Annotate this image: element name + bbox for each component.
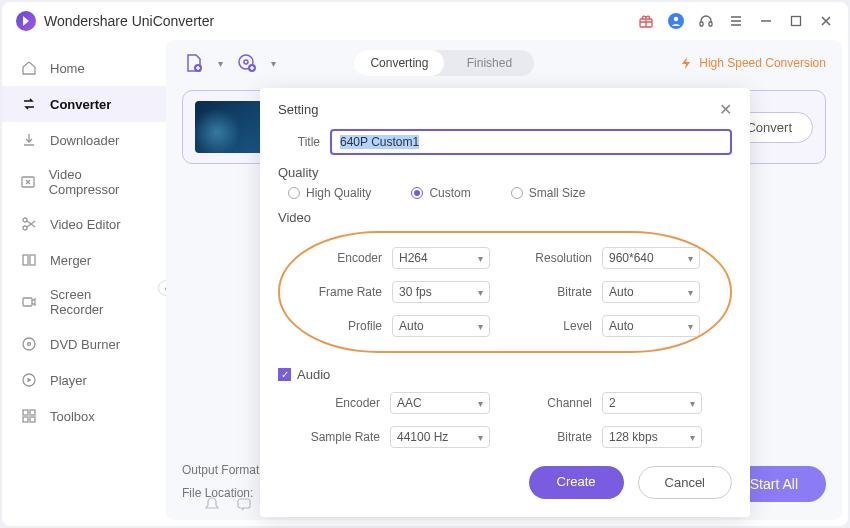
tab-finished[interactable]: Finished [444, 50, 534, 76]
sidebar-item-dvd[interactable]: DVD Burner [2, 326, 166, 362]
create-button[interactable]: Create [529, 466, 624, 499]
output-format-label: Output Format: [182, 463, 263, 477]
scissors-icon [20, 215, 38, 233]
sidebar-item-home[interactable]: Home [2, 50, 166, 86]
video-heading: Video [278, 210, 732, 225]
headset-icon[interactable] [698, 13, 714, 29]
sidebar-item-label: Converter [50, 97, 111, 112]
sidebar-item-label: Merger [50, 253, 91, 268]
encoder-label: Encoder [310, 251, 382, 265]
video-bitrate-label: Bitrate [520, 285, 592, 299]
sidebar-item-downloader[interactable]: Downloader [2, 122, 166, 158]
sidebar-item-toolbox[interactable]: Toolbox [2, 398, 166, 434]
chevron-down-icon[interactable]: ▾ [271, 58, 276, 69]
sidebar-item-editor[interactable]: Video Editor [2, 206, 166, 242]
lightning-icon [679, 56, 693, 70]
sidebar-item-label: Player [50, 373, 87, 388]
sidebar-item-recorder[interactable]: Screen Recorder [2, 278, 166, 326]
menu-icon[interactable] [728, 13, 744, 29]
framerate-label: Frame Rate [310, 285, 382, 299]
feedback-icon[interactable] [236, 496, 252, 512]
audio-bitrate-select[interactable]: 128 kbps▾ [602, 426, 702, 448]
add-file-button[interactable] [182, 51, 206, 75]
svg-rect-2 [700, 22, 703, 26]
resolution-label: Resolution [520, 251, 592, 265]
play-icon [20, 371, 38, 389]
samplerate-label: Sample Rate [308, 430, 380, 444]
sidebar-item-merger[interactable]: Merger [2, 242, 166, 278]
channel-label: Channel [520, 396, 592, 410]
audio-encoder-label: Encoder [308, 396, 380, 410]
profile-select[interactable]: Auto▾ [392, 315, 490, 337]
close-icon[interactable] [818, 13, 834, 29]
audio-checkbox[interactable]: ✓ [278, 368, 291, 381]
svg-point-12 [28, 343, 31, 346]
quality-heading: Quality [278, 165, 732, 180]
titlebar: Wondershare UniConverter [2, 2, 848, 40]
svg-rect-15 [30, 410, 35, 415]
svg-rect-3 [709, 22, 712, 26]
title-label: Title [278, 135, 320, 149]
channel-select[interactable]: 2▾ [602, 392, 702, 414]
video-encoder-select[interactable]: H264▾ [392, 247, 490, 269]
framerate-select[interactable]: 30 fps▾ [392, 281, 490, 303]
sidebar-item-compressor[interactable]: Video Compressor [2, 158, 166, 206]
profile-label: Profile [310, 319, 382, 333]
level-select[interactable]: Auto▾ [602, 315, 700, 337]
sidebar-item-label: Screen Recorder [50, 287, 148, 317]
svg-point-1 [674, 17, 678, 21]
svg-rect-9 [30, 255, 35, 265]
title-input[interactable]: 640P Custom1 [330, 129, 732, 155]
converter-icon [20, 95, 38, 113]
sidebar-item-label: DVD Burner [50, 337, 120, 352]
tab-converting[interactable]: Converting [354, 50, 444, 76]
modal-close-icon[interactable]: ✕ [719, 100, 732, 119]
svg-point-11 [23, 338, 35, 350]
modal-title: Setting [278, 102, 318, 117]
app-logo-icon [16, 11, 36, 31]
sidebar-item-converter[interactable]: Converter [2, 86, 166, 122]
home-icon [20, 59, 38, 77]
account-avatar-icon[interactable] [668, 13, 684, 29]
sidebar-item-label: Video Editor [50, 217, 121, 232]
app-title: Wondershare UniConverter [44, 13, 214, 29]
notification-icon[interactable] [204, 496, 220, 512]
high-speed-toggle[interactable]: High Speed Conversion [679, 56, 826, 70]
maximize-icon[interactable] [788, 13, 804, 29]
svg-point-7 [23, 226, 27, 230]
add-disc-button[interactable] [235, 51, 259, 75]
status-tabs: Converting Finished [354, 50, 534, 76]
svg-rect-16 [23, 417, 28, 422]
chevron-down-icon[interactable]: ▾ [218, 58, 223, 69]
sidebar-item-player[interactable]: Player [2, 362, 166, 398]
svg-point-6 [23, 218, 27, 222]
sidebar-item-label: Video Compressor [49, 167, 148, 197]
sidebar-item-label: Toolbox [50, 409, 95, 424]
disc-icon [20, 335, 38, 353]
radio-small-size[interactable]: Small Size [511, 186, 586, 200]
compressor-icon [20, 173, 37, 191]
radio-high-quality[interactable]: High Quality [288, 186, 371, 200]
audio-encoder-select[interactable]: AAC▾ [390, 392, 490, 414]
radio-custom[interactable]: Custom [411, 186, 470, 200]
svg-rect-4 [792, 17, 801, 26]
samplerate-select[interactable]: 44100 Hz▾ [390, 426, 490, 448]
cancel-button[interactable]: Cancel [638, 466, 732, 499]
sidebar-item-label: Downloader [50, 133, 119, 148]
level-label: Level [520, 319, 592, 333]
audio-bitrate-label: Bitrate [520, 430, 592, 444]
gift-icon[interactable] [638, 13, 654, 29]
video-bitrate-select[interactable]: Auto▾ [602, 281, 700, 303]
minimize-icon[interactable] [758, 13, 774, 29]
merger-icon [20, 251, 38, 269]
svg-point-20 [244, 60, 248, 64]
resolution-select[interactable]: 960*640▾ [602, 247, 700, 269]
svg-rect-8 [23, 255, 28, 265]
sidebar: Home Converter Downloader Video Compress… [2, 40, 166, 526]
video-thumbnail[interactable] [195, 101, 267, 153]
toolbox-icon [20, 407, 38, 425]
svg-rect-10 [23, 298, 32, 306]
audio-heading: Audio [297, 367, 330, 382]
settings-modal: Setting ✕ Title 640P Custom1 Quality Hig… [260, 88, 750, 517]
svg-rect-14 [23, 410, 28, 415]
